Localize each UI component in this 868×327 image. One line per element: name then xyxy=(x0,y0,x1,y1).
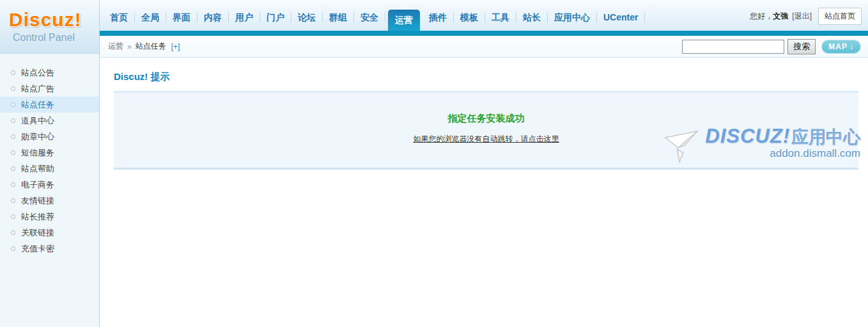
nav-tab-app-center[interactable]: 应用中心 xyxy=(548,12,597,22)
main-content: Discuz! 提示 指定任务安装成功 如果您的浏览器没有自动跳转，请点击这里 … xyxy=(100,58,868,170)
nav-tab-interface[interactable]: 界面 xyxy=(166,12,198,22)
logout-link[interactable]: [退出] xyxy=(792,11,812,22)
bullet-icon xyxy=(11,246,15,251)
accent-bar xyxy=(100,31,868,36)
arrow-down-icon: ↓ xyxy=(849,42,854,51)
search-input[interactable] xyxy=(682,40,784,54)
bullet-icon xyxy=(11,214,15,219)
bullet-icon xyxy=(11,70,15,75)
sidebar-item-label: 关联链接 xyxy=(21,227,54,239)
page-title: Discuz! 提示 xyxy=(114,71,858,83)
sidebar-item-site-help[interactable]: 站点帮助 xyxy=(0,161,99,177)
sidebar-item-label: 电子商务 xyxy=(21,179,54,191)
sidebar-item-label: 站点任务 xyxy=(21,99,54,111)
right-column: 运营 » 站点任务 [+] 搜索 MAP ↓ Discuz! 提示 指定任务安装… xyxy=(100,36,868,327)
header: 首页 全局 界面 内容 用户 门户 论坛 群组 安全 运营 插件 模板 工具 站… xyxy=(100,0,868,36)
bullet-icon xyxy=(11,102,15,107)
bullet-icon xyxy=(11,182,15,187)
sidebar-item-label: 充值卡密 xyxy=(21,243,54,255)
sidebar-item-related-links[interactable]: 关联链接 xyxy=(0,225,99,241)
site-home-button[interactable]: 站点首页 xyxy=(818,8,862,25)
sidebar-item-sms-service[interactable]: 短信服务 xyxy=(0,145,99,161)
redirect-link[interactable]: 如果您的浏览器没有自动跳转，请点击这里 xyxy=(414,134,559,145)
discuz-logo: Discuz! xyxy=(9,9,99,31)
sidebar-item-label: 友情链接 xyxy=(21,195,54,207)
left-column: Discuz! Control Panel 站点公告 站点广告 站点任务 道具中… xyxy=(0,0,100,327)
nav-tab-users[interactable]: 用户 xyxy=(229,12,260,22)
nav-tab-portal[interactable]: 门户 xyxy=(260,12,291,22)
notice-box: 指定任务安装成功 如果您的浏览器没有自动跳转，请点击这里 xyxy=(114,91,858,170)
nav-tab-plugins[interactable]: 插件 xyxy=(422,12,454,22)
breadcrumb-section[interactable]: 运营 xyxy=(108,41,123,52)
success-message: 指定任务安装成功 xyxy=(114,113,858,125)
breadcrumb-bar: 运营 » 站点任务 [+] 搜索 MAP ↓ xyxy=(100,36,868,58)
nav-tab-security[interactable]: 安全 xyxy=(354,12,385,22)
bullet-icon xyxy=(11,198,15,203)
nav-tab-forum[interactable]: 论坛 xyxy=(291,12,323,22)
sidebar-item-site-announcement[interactable]: 站点公告 xyxy=(0,65,99,81)
sidebar-item-recharge-cards[interactable]: 充值卡密 xyxy=(0,241,99,257)
bullet-icon xyxy=(11,134,15,139)
sidebar-item-medal-center[interactable]: 勋章中心 xyxy=(0,129,99,145)
breadcrumb-page: 站点任务 xyxy=(136,41,166,52)
sidebar-item-label: 短信服务 xyxy=(21,147,54,159)
nav-tab-groups[interactable]: 群组 xyxy=(323,12,354,22)
greeting-text: 您好， xyxy=(750,11,773,22)
search-area: 搜索 MAP ↓ xyxy=(682,39,861,54)
sidebar-item-label: 道具中心 xyxy=(21,115,54,127)
sidebar-item-friend-links[interactable]: 友情链接 xyxy=(0,193,99,209)
map-button-label: MAP xyxy=(828,42,848,51)
bullet-icon xyxy=(11,118,15,123)
username: 文強 xyxy=(773,11,788,22)
nav-tab-home[interactable]: 首页 xyxy=(104,12,135,22)
bullet-icon xyxy=(11,150,15,155)
nav-tab-global[interactable]: 全局 xyxy=(135,12,166,22)
sidebar-item-label: 站点帮助 xyxy=(21,163,54,175)
breadcrumb-expand-link[interactable]: [+] xyxy=(171,42,180,51)
sidebar-item-label: 站长推荐 xyxy=(21,211,54,223)
nav-tab-content[interactable]: 内容 xyxy=(198,12,229,22)
sidebar-item-webmaster-recommend[interactable]: 站长推荐 xyxy=(0,209,99,225)
nav-tab-tools[interactable]: 工具 xyxy=(485,12,516,22)
user-area: 您好， 文強 [退出] 站点首页 xyxy=(750,8,868,25)
sidebar-item-label: 站点广告 xyxy=(21,83,54,95)
sidebar-item-label: 站点公告 xyxy=(21,67,54,79)
nav-tab-ucenter[interactable]: UCenter xyxy=(597,12,645,22)
nav-tab-operation[interactable]: 运营 xyxy=(388,10,420,31)
nav-tab-templates[interactable]: 模板 xyxy=(454,12,485,22)
sidebar-item-site-tasks[interactable]: 站点任务 xyxy=(0,97,99,113)
logo-block: Discuz! Control Panel xyxy=(0,0,99,54)
bullet-icon xyxy=(11,230,15,235)
bullet-icon xyxy=(11,86,15,91)
bullet-icon xyxy=(11,166,15,171)
control-panel-label: Control Panel xyxy=(13,32,99,44)
breadcrumb-separator: » xyxy=(127,42,132,51)
search-button[interactable]: 搜索 xyxy=(787,39,816,54)
sidebar-item-site-ads[interactable]: 站点广告 xyxy=(0,81,99,97)
sidebar-item-magic-center[interactable]: 道具中心 xyxy=(0,113,99,129)
sidebar: 站点公告 站点广告 站点任务 道具中心 勋章中心 短信服务 站点帮助 电子商务 … xyxy=(0,54,99,327)
map-button[interactable]: MAP ↓ xyxy=(821,40,861,54)
top-nav: 首页 全局 界面 内容 用户 门户 论坛 群组 安全 运营 插件 模板 工具 站… xyxy=(100,0,868,31)
sidebar-item-ecommerce[interactable]: 电子商务 xyxy=(0,177,99,193)
nav-tab-webmaster[interactable]: 站长 xyxy=(516,12,548,22)
sidebar-item-label: 勋章中心 xyxy=(21,131,54,143)
